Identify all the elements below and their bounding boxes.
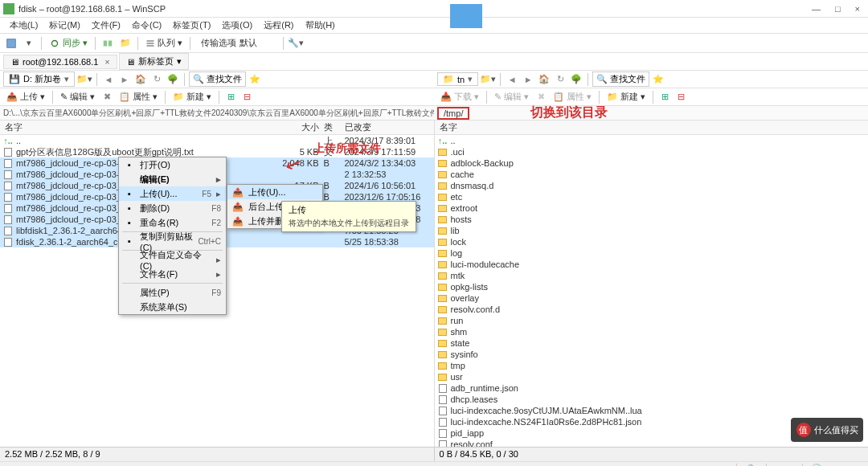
- file-name: tmp: [451, 361, 869, 370]
- tree-icon[interactable]: 🌳: [166, 72, 180, 87]
- delete-icon[interactable]: ✖: [534, 90, 548, 104]
- back-icon[interactable]: ◄: [101, 72, 116, 87]
- menu-item[interactable]: 属性(P) F9: [119, 285, 226, 300]
- right-drive-select[interactable]: 📁 tn ▾: [437, 72, 478, 86]
- dropdown-icon[interactable]: ▾: [21, 35, 37, 51]
- refresh-icon[interactable]: ↻: [149, 72, 164, 87]
- forward-icon[interactable]: ►: [117, 72, 132, 87]
- address-book-icon[interactable]: [3, 35, 19, 51]
- menu-remote[interactable]: 远程(R): [259, 18, 298, 33]
- settings-icon[interactable]: 🔧▾: [288, 35, 304, 51]
- file-row[interactable]: run: [435, 315, 869, 326]
- up-icon[interactable]: 🏠: [537, 72, 551, 87]
- file-row[interactable]: cache: [435, 169, 869, 180]
- menu-item[interactable]: 文件名(F) ▸: [119, 267, 226, 281]
- transfer-settings[interactable]: 传输选项 默认: [201, 37, 257, 49]
- file-row[interactable]: adblock-Backup: [435, 157, 869, 169]
- file-row[interactable]: .uci: [435, 146, 869, 157]
- folder-icon: [437, 215, 448, 224]
- file-row[interactable]: overlay: [435, 292, 869, 304]
- sync-button[interactable]: 同步 ▾: [46, 37, 91, 49]
- forward-icon[interactable]: ►: [521, 72, 535, 87]
- file-row[interactable]: extroot: [435, 202, 869, 214]
- file-row[interactable]: adb_runtime.json: [435, 382, 869, 394]
- dropdown-icon[interactable]: 📁▾: [76, 72, 92, 88]
- left-drive-select[interactable]: 💾 D: 新加卷 ▾: [3, 72, 75, 87]
- file-row[interactable]: resolv.conf.d: [435, 304, 869, 315]
- right-pane: 名字 ↑.. .. .uci adblock-Backup cache dnsm…: [435, 121, 869, 447]
- tab-close-icon[interactable]: ×: [104, 57, 109, 67]
- file-row[interactable]: lock: [435, 236, 869, 247]
- new-button[interactable]: 📁 新建 ▾: [170, 90, 215, 104]
- file-row[interactable]: sysinfo: [435, 349, 869, 360]
- download-button[interactable]: 📥 下载 ▾: [437, 90, 482, 104]
- menu-item[interactable]: 系统菜单(S): [119, 300, 226, 314]
- menu-item[interactable]: ▪ 上传(U)... F5 ▸: [119, 186, 226, 201]
- file-row[interactable]: shm: [435, 326, 869, 337]
- right-path[interactable]: /tmp/: [434, 106, 868, 121]
- file-row[interactable]: opkg-lists: [435, 281, 869, 292]
- file-row[interactable]: lib: [435, 225, 869, 236]
- menu-item[interactable]: ▪ 复制到剪贴板(C) Ctrl+C: [119, 234, 226, 248]
- menu-local[interactable]: 本地(L): [5, 18, 43, 33]
- menu-command[interactable]: 命令(C): [127, 18, 166, 33]
- file-row[interactable]: usr: [435, 371, 869, 382]
- menu-item[interactable]: 文件自定义命令(C) ▸: [119, 252, 226, 267]
- tree-icon[interactable]: 🌳: [569, 72, 583, 87]
- dropdown-icon[interactable]: 📁▾: [480, 72, 496, 88]
- compare-icon[interactable]: [100, 35, 116, 51]
- tab-new[interactable]: 🖥 新标签页 ▾: [119, 53, 189, 70]
- file-row[interactable]: mtk: [435, 270, 869, 281]
- find-files-left[interactable]: 🔍 查找文件: [189, 72, 246, 87]
- file-row[interactable]: luci-modulecache: [435, 259, 869, 270]
- file-row[interactable]: luci-indexcache.9osyCtUJM.UAtaEAwkmNM..l…: [435, 405, 869, 416]
- left-path[interactable]: D:\...\京东云百里AX6000单分区刷机+回原厂+TTL救砖文件20240…: [0, 106, 434, 121]
- bookmark-icon[interactable]: ⭐: [651, 72, 665, 87]
- minimize-button[interactable]: —: [812, 4, 821, 14]
- upload-button[interactable]: 📤 上传 ▾: [3, 90, 48, 104]
- menu-tabs[interactable]: 标签页(T): [168, 18, 215, 33]
- sync-browse-icon[interactable]: 📁: [117, 35, 133, 51]
- file-row[interactable]: ↑.. ..: [435, 135, 869, 146]
- file-row[interactable]: dnsmasq.d: [435, 180, 869, 191]
- folder-icon: [437, 203, 448, 213]
- close-button[interactable]: ×: [855, 4, 860, 14]
- file-row[interactable]: etc: [435, 191, 869, 202]
- delete-icon[interactable]: ✖: [100, 90, 114, 104]
- tab-session[interactable]: 🖥 root@192.168.68.1 ×: [3, 55, 117, 69]
- file-row[interactable]: state: [435, 337, 869, 349]
- minus-icon[interactable]: ⊟: [240, 90, 254, 104]
- menu-mark[interactable]: 标记(M): [44, 18, 85, 33]
- column-headers[interactable]: 名字: [435, 121, 869, 135]
- props-button[interactable]: 📋 属性 ▾: [550, 90, 595, 104]
- plus-icon[interactable]: ⊞: [223, 90, 238, 104]
- menu-file[interactable]: 文件(F): [87, 18, 125, 33]
- back-icon[interactable]: ◄: [505, 72, 519, 87]
- queue-button[interactable]: 队列 ▾: [142, 36, 186, 50]
- find-files-right[interactable]: 🔍 查找文件: [592, 72, 649, 87]
- bookmark-icon[interactable]: ⭐: [248, 72, 262, 87]
- file-row[interactable]: dhcp.leases: [435, 394, 869, 405]
- maximize-button[interactable]: □: [835, 4, 841, 14]
- menu-item[interactable]: ▪ 删除(D) F8: [119, 201, 226, 215]
- menu-options[interactable]: 选项(O): [217, 18, 257, 33]
- up-icon[interactable]: 🏠: [133, 72, 148, 87]
- right-file-list[interactable]: ↑.. .. .uci adblock-Backup cache dnsmasq…: [435, 135, 869, 447]
- menu-item[interactable]: 📤 上传(U)...: [227, 185, 322, 199]
- menu-item[interactable]: 编辑(E) ▸: [119, 172, 226, 186]
- refresh-icon[interactable]: ↻: [553, 72, 567, 87]
- edit-button[interactable]: ✎ 编辑 ▾: [491, 90, 532, 104]
- menu-item[interactable]: ▪ 重命名(R) F2: [119, 215, 226, 230]
- file-row[interactable]: tmp: [435, 360, 869, 371]
- menu-item[interactable]: ▪ 打开(O): [119, 157, 226, 172]
- column-headers[interactable]: 名字 大小 类 已改变: [0, 121, 434, 135]
- file-row[interactable]: hosts: [435, 214, 869, 225]
- plus-icon[interactable]: ⊞: [657, 90, 672, 104]
- minus-icon[interactable]: ⊟: [674, 90, 688, 104]
- props-button[interactable]: 📋 属性 ▾: [116, 90, 161, 104]
- menu-help[interactable]: 帮助(H): [301, 18, 340, 33]
- context-menu[interactable]: ▪ 打开(O) 编辑(E) ▸▪ 上传(U)... F5 ▸▪ 删除(D) F8…: [118, 157, 227, 315]
- edit-button[interactable]: ✎ 编辑 ▾: [57, 90, 98, 104]
- new-button[interactable]: 📁 新建 ▾: [604, 90, 649, 104]
- file-row[interactable]: log: [435, 247, 869, 259]
